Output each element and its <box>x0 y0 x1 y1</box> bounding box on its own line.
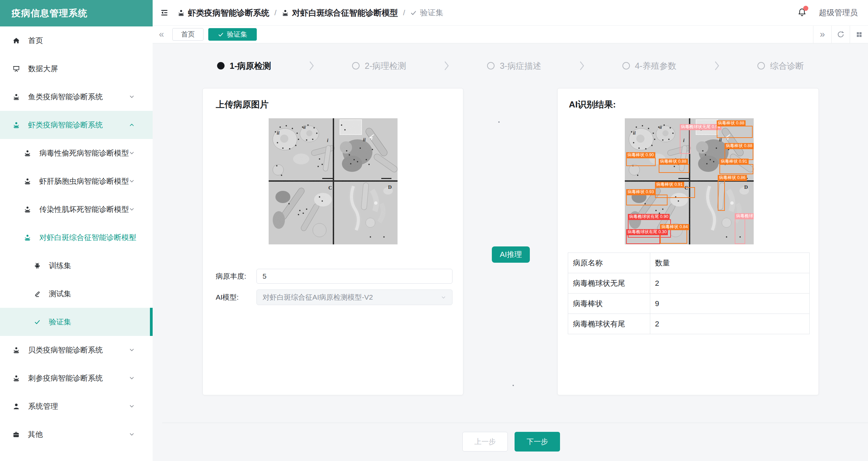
detection-box: 病毒椭球状有尾 0.30 <box>626 235 660 244</box>
detection-box: 病毒棒状 0.86 <box>718 180 725 211</box>
sidebar-item[interactable]: 刺参疫病智能诊断系统 <box>0 364 153 392</box>
stepper-step: 2-病理检测 <box>352 60 406 72</box>
result-card-title: AI识别结果: <box>569 99 616 111</box>
sidebar-item[interactable]: 其他 <box>0 420 153 448</box>
sidebar-item[interactable]: 首页 <box>0 26 153 55</box>
sidebar-item[interactable]: 虾类疫病智能诊断系统 <box>0 111 153 139</box>
result-table: 病原名称数量病毒椭球状无尾2病毒棒状9病毒椭球状有尾2 <box>568 253 810 334</box>
stray-dot <box>498 121 500 123</box>
diagnosis-icon <box>24 206 31 213</box>
sidebar-item[interactable]: 病毒性偷死病智能诊断模型 <box>0 139 153 167</box>
sidebar-item-label: 刺参疫病智能诊断系统 <box>28 373 103 383</box>
chevron-down-icon <box>129 431 135 438</box>
detection-box: 病毒棒状 0.90 <box>626 158 656 166</box>
tab[interactable]: 验证集 <box>208 28 257 41</box>
sidebar-item[interactable]: 虾肝肠胞虫病智能诊断模型 <box>0 167 153 195</box>
sidebar-item-label: 测试集 <box>49 289 71 299</box>
sidebar-item[interactable]: 验证集 <box>0 308 153 336</box>
sidebar-item-label: 对虾白斑综合征智能诊断模型 <box>39 233 136 243</box>
table-header-row: 病原名称数量 <box>568 253 810 273</box>
detection-label: 病毒椭球状无尾 0.94 <box>680 124 721 130</box>
step-separator-icon <box>579 60 585 72</box>
tabbar: « 首页验证集 » <box>153 26 868 43</box>
table-row-cell: 2 <box>650 273 810 294</box>
briefcase-icon <box>13 431 20 438</box>
breadcrumb-separator: / <box>403 8 405 17</box>
tab[interactable]: 首页 <box>172 28 204 41</box>
sidebar-item[interactable]: 鱼类疫病智能诊断系统 <box>0 83 153 111</box>
sidebar-item[interactable]: 系统管理 <box>0 392 153 420</box>
open-tabs: 首页验证集 <box>170 26 257 43</box>
sidebar: 疫病信息管理系统 首页数据大屏鱼类疫病智能诊断系统虾类疫病智能诊断系统病毒性偷死… <box>0 0 153 461</box>
tab-label: 验证集 <box>227 30 247 39</box>
diagnosis-icon <box>282 9 289 17</box>
step-dot-outline <box>352 62 360 69</box>
diagnosis-icon <box>13 346 20 354</box>
step-dot-outline <box>757 62 765 69</box>
stepper-step: 1-病原检测 <box>217 60 271 72</box>
step-dot-outline <box>622 62 630 69</box>
diagnosis-icon <box>24 234 31 241</box>
table-row-cell: 病毒椭球状有尾 <box>568 314 650 334</box>
sidebar-item-label: 其他 <box>28 429 43 440</box>
sidebar-item-label: 虾类疫病智能诊断系统 <box>28 120 103 130</box>
next-step-button[interactable]: 下一步 <box>515 432 560 452</box>
table-row-cell: 病毒棒状 <box>568 294 650 314</box>
abundance-input[interactable] <box>256 269 452 284</box>
user-icon <box>13 403 20 410</box>
collapse-sidebar-icon[interactable] <box>160 8 169 17</box>
breadcrumb-item[interactable]: 对虾白斑综合征智能诊断模型 <box>282 7 398 18</box>
step-label: 3-病症描述 <box>500 60 541 72</box>
sidebar-item[interactable]: 对虾白斑综合征智能诊断模型 <box>0 223 153 252</box>
detection-box: 病毒棒状 0.93 <box>626 195 668 205</box>
table-row-cell: 2 <box>650 314 810 334</box>
model-select[interactable]: 对虾白斑综合征AI病原检测模型-V2 <box>256 289 452 305</box>
sidebar-item[interactable]: 传染性肌坏死智能诊断模型 <box>0 195 153 223</box>
detection-label: 病毒棒状 0.91 <box>719 159 749 165</box>
sidebar-item-label: 验证集 <box>49 317 71 327</box>
micrograph-svg: iiiiiiiCD <box>269 118 398 244</box>
current-user: 超级管理员 <box>819 7 858 18</box>
prev-step-button[interactable]: 上一步 <box>462 432 508 452</box>
tabs-scroll-left-icon[interactable]: « <box>153 26 170 43</box>
model-row: AI模型: 对虾白斑综合征AI病原检测模型-V2 <box>216 289 452 305</box>
tabs-scroll-right-icon[interactable]: » <box>813 26 831 43</box>
breadcrumb: 虾类疫病智能诊断系统/对虾白斑综合征智能诊断模型/验证集 <box>177 7 443 18</box>
breadcrumb-item[interactable]: 验证集 <box>410 7 443 18</box>
diagnosis-icon <box>24 149 31 157</box>
breadcrumb-separator: / <box>274 8 276 17</box>
sidebar-item[interactable]: 训练集 <box>0 252 153 280</box>
breadcrumb-item[interactable]: 虾类疫病智能诊断系统 <box>177 7 269 18</box>
model-select-value: 对虾白斑综合征AI病原检测模型-V2 <box>263 293 373 302</box>
layout-grid-icon[interactable] <box>850 26 868 43</box>
refresh-icon[interactable] <box>831 26 850 43</box>
topbar: 虾类疫病智能诊断系统/对虾白斑综合征智能诊断模型/验证集 超级管理员 <box>153 0 868 26</box>
ai-infer-button[interactable]: AI推理 <box>492 246 530 263</box>
sidebar-item[interactable]: 贝类疫病智能诊断系统 <box>0 336 153 364</box>
stepper-step: 4-养殖参数 <box>622 60 676 72</box>
breadcrumb-label: 验证集 <box>420 7 443 18</box>
upload-card-title: 上传病原图片 <box>216 99 269 111</box>
topbar-right: 超级管理员 <box>797 7 858 18</box>
notification-bell-icon[interactable] <box>797 7 807 18</box>
detection-label: 病毒椭球 <box>735 213 754 219</box>
main-area: 虾类疫病智能诊断系统/对虾白斑综合征智能诊断模型/验证集 超级管理员 « 首页验… <box>153 0 868 461</box>
sidebar-item[interactable]: 测试集 <box>0 280 153 308</box>
step-dot-outline <box>487 62 495 69</box>
step-label: 1-病原检测 <box>230 60 271 72</box>
stepper-step: 3-病症描述 <box>487 60 541 72</box>
diagnosis-icon <box>13 93 20 101</box>
sidebar-item[interactable]: 数据大屏 <box>0 55 153 83</box>
sidebar-item-label: 数据大屏 <box>28 64 58 74</box>
table-header-row-cell: 数量 <box>650 253 810 273</box>
detection-box: 病毒棒状 0.88 <box>725 148 753 160</box>
stepper-step: 综合诊断 <box>757 60 804 72</box>
sidebar-item-label: 传染性肌坏死智能诊断模型 <box>39 204 129 215</box>
active-indicator-bar <box>150 308 153 336</box>
detection-label: 病毒棒状 0.88 <box>725 143 754 149</box>
detection-label: 病毒棒状 0.86 <box>718 175 747 181</box>
detection-box: 病毒椭球状无尾 0.94 <box>680 129 690 154</box>
detection-label: 病毒棒状 0.91 <box>655 182 684 188</box>
chevron-down-icon <box>129 150 135 156</box>
diagnosis-icon <box>13 121 20 129</box>
